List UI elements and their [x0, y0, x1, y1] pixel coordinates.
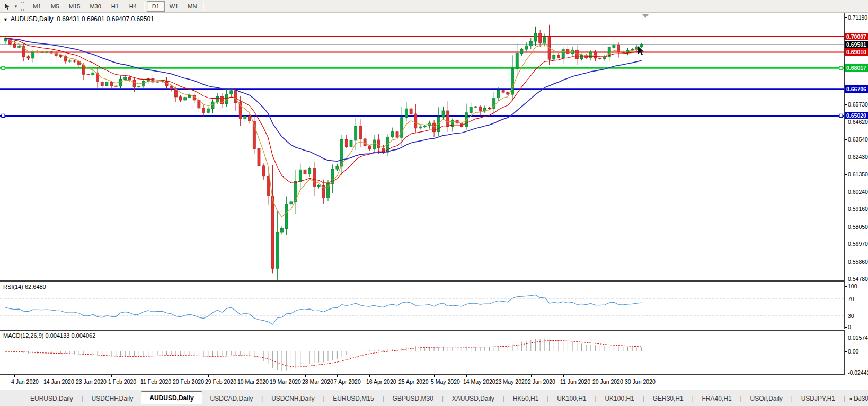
hline-handle-0.65020[interactable] — [2, 114, 5, 117]
timeframe-button-m1[interactable]: M1 — [28, 1, 46, 12]
price-tick-label: 0.58050 — [848, 223, 868, 231]
tab-hk50-h1[interactable]: HK50,H1 — [505, 393, 547, 404]
rsi-indicator-name: RSI(14) — [3, 284, 23, 290]
tab-gbpusd-m30[interactable]: GBPUSD,M30 — [385, 393, 441, 404]
tab-fra40-h1[interactable]: FRA40,H1 — [694, 393, 740, 404]
macd-histogram — [5, 339, 642, 372]
macd-label: MACD(12,26,9) 0.004133 0.004062 — [3, 332, 95, 339]
macd-tick-label: 0.00 — [848, 348, 858, 355]
tab-ger30-h1[interactable]: GER30,H1 — [645, 393, 692, 404]
date-tick-mark — [596, 375, 596, 377]
date-label: 5 May 2020 — [431, 378, 460, 385]
axis-tick-mark — [845, 327, 847, 328]
tab-usdjpy-h1[interactable]: USDJPY,H1 — [793, 393, 843, 404]
tab-uk100-h1[interactable]: UK100,H1 — [597, 393, 642, 404]
macd-current-values: 0.004133 0.004062 — [45, 332, 95, 339]
price-tick-label: 0.59160 — [848, 205, 868, 213]
date-tick-mark — [14, 375, 15, 377]
timeframe-button-m5[interactable]: M5 — [46, 1, 64, 12]
date-tick-mark — [369, 375, 370, 377]
timeframe-button-group: M1M5M15M30H1H4D1W1MN — [28, 1, 206, 12]
axis-tick-mark — [845, 279, 847, 279]
tab-scroll-right-icon[interactable]: ► — [856, 396, 864, 401]
chart-menu-caret-icon[interactable]: ▼ — [3, 17, 8, 22]
chart-ohlc-values: 0.69431 0.69601 0.69407 0.69501 — [57, 15, 154, 23]
axis-tick-mark — [845, 174, 847, 175]
date-label: 10 Mar 2020 — [237, 378, 269, 385]
tab-usdchf-daily[interactable]: USDCHF,Daily — [84, 393, 141, 404]
date-label: 28 Mar 2020 — [302, 378, 333, 385]
date-label: 23 May 2020 — [495, 378, 528, 385]
timeframe-button-d1[interactable]: D1 — [147, 1, 165, 12]
axis-tick-mark — [845, 17, 847, 18]
chart-symbol-period: AUDUSD,Daily — [11, 15, 54, 23]
price-badge-0.66706: 0.66706 — [845, 85, 868, 93]
price-badge-0.65020: 0.65020 — [845, 112, 868, 119]
price-tick-label: 0.55860 — [848, 258, 868, 266]
date-tick-mark — [563, 375, 564, 377]
price-tick-label: 0.71190 — [848, 14, 867, 21]
axis-tick-mark — [845, 104, 847, 105]
tab-usdcnh-daily[interactable]: USDCNH,Daily — [263, 393, 322, 404]
timeframe-button-h1[interactable]: H1 — [106, 1, 124, 12]
toolbar-separator — [144, 2, 145, 11]
timeframe-button-mn[interactable]: MN — [183, 1, 201, 12]
tab-eurusd-daily[interactable]: EURUSD,Daily — [22, 393, 81, 404]
tab-xauusd-daily[interactable]: XAUUSD,Daily — [444, 393, 502, 404]
chart-tab-bar: EURUSD,Daily|USDCHF,DailyAUDUSD,DailyUSD… — [0, 390, 868, 406]
rsi-tick-label: 100 — [848, 283, 857, 290]
timeframe-button-m30[interactable]: M30 — [85, 1, 105, 12]
tab-scroll-left-icon[interactable]: ◄ — [848, 396, 856, 401]
date-tick-mark — [628, 375, 628, 377]
chart-tabs: EURUSD,Daily|USDCHF,DailyAUDUSD,DailyUSD… — [22, 391, 868, 404]
date-tick-mark — [434, 375, 435, 377]
hline-handle-0.65020[interactable] — [839, 114, 843, 117]
candlestick-series — [4, 25, 643, 280]
date-label: 1 Feb 2020 — [108, 378, 136, 385]
chart-window: ▼AUDUSD,Daily 0.69431 0.69601 0.69407 0.… — [0, 13, 868, 390]
price-tick-label: 0.65730 — [848, 101, 868, 108]
axis-tick-mark — [845, 338, 847, 338]
date-tick-mark — [402, 375, 402, 377]
date-label: 11 Feb 2020 — [140, 378, 171, 385]
date-label: 23 Jan 2020 — [76, 378, 107, 385]
date-label: 30 Jun 2020 — [625, 378, 656, 385]
tab-usdcad-daily[interactable]: USDCAD,Daily — [202, 393, 261, 404]
date-tick-mark — [531, 375, 532, 377]
hline-handle-0.68017[interactable] — [2, 66, 5, 69]
date-tick-mark — [337, 375, 338, 377]
chart-shift-marker-icon[interactable] — [642, 14, 649, 18]
date-label: 4 Jan 2020 — [11, 378, 39, 385]
date-label: 20 Jun 2020 — [592, 378, 623, 385]
date-tick-mark — [208, 375, 209, 377]
toolbar-grip-handle[interactable] — [21, 2, 24, 11]
timeframe-button-m15[interactable]: M15 — [64, 1, 85, 12]
date-tick-mark — [305, 375, 306, 377]
timeframe-button-w1[interactable]: W1 — [165, 1, 183, 12]
chart-title: ▼AUDUSD,Daily 0.69431 0.69601 0.69407 0.… — [3, 15, 154, 23]
date-tick-mark — [144, 375, 144, 377]
macd-panel[interactable]: MACD(12,26,9) 0.004133 0.004062 — [0, 330, 845, 375]
time-axis[interactable]: 4 Jan 202014 Jan 202023 Jan 20201 Feb 20… — [0, 375, 845, 390]
tab-usoil-daily[interactable]: USOil,Daily — [742, 393, 790, 404]
mouse-cursor-icon — [638, 46, 644, 55]
pointer-tool-icon[interactable] — [2, 2, 13, 11]
timeframe-button-h4[interactable]: H4 — [124, 1, 142, 12]
main-price-panel[interactable]: ▼AUDUSD,Daily 0.69431 0.69601 0.69407 0.… — [0, 13, 845, 281]
axis-tick-mark — [845, 122, 847, 122]
rsi-panel[interactable]: RSI(14) 62.6480 — [0, 281, 845, 329]
date-tick-mark — [273, 375, 273, 377]
toolbar-separator — [203, 2, 204, 11]
macd-tick-label: 0.015741 — [848, 334, 868, 341]
tab-uk100-h1[interactable]: UK100,H1 — [549, 393, 594, 404]
rsi-label: RSI(14) 62.6480 — [3, 284, 46, 290]
date-tick-mark — [79, 375, 79, 377]
toolbar-dropdown-caret-icon[interactable]: ▾ — [13, 4, 19, 9]
hline-handle-0.68017[interactable] — [839, 66, 843, 69]
tab-audusd-daily[interactable]: AUDUSD,Daily — [141, 391, 202, 404]
axis-tick-mark — [845, 244, 847, 244]
axis-tick-mark — [845, 262, 847, 262]
price-badge-0.70007: 0.70007 — [845, 33, 868, 40]
date-label: 19 Mar 2020 — [270, 378, 301, 385]
tab-eurusd-m15[interactable]: EURUSD,M15 — [325, 393, 382, 404]
